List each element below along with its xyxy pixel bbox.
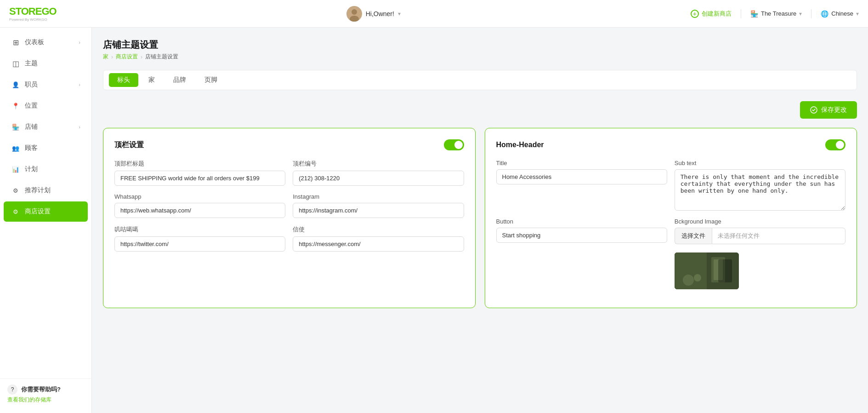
save-button[interactable]: 保存更改 [800,101,857,119]
instagram-input[interactable] [293,203,464,218]
svg-point-9 [694,274,701,281]
top-label-input[interactable] [114,171,285,186]
top-code-group: 顶栏编号 [293,160,464,186]
logo-powered: Powered By WORKGO [9,17,57,22]
sidebar-help: ? 你需要帮助吗? 查看我们的存储库 [0,379,91,413]
tab-home[interactable]: 家 [140,73,163,87]
language-selector[interactable]: 🌐 Chinese ▾ [821,10,859,17]
page-title: 店铺主题设置 [103,39,857,51]
sidebar-label-theme: 主题 [25,59,80,68]
sidebar-item-location[interactable]: 📍 位置 [4,96,88,116]
top-label-label: 顶部栏标题 [114,160,285,168]
language-icon: 🌐 [821,10,828,17]
sidebar-item-shop-settings[interactable]: ⚙ 商店设置 [4,201,88,222]
tab-header[interactable]: 标头 [109,73,138,87]
whatsapp-group: Whatsapp [114,193,285,218]
sidebar-item-plan[interactable]: 📊 计划 [4,159,88,179]
logo-green: GO [41,6,56,17]
svg-rect-6 [711,257,725,282]
breadcrumb: 家 › 商店设置 › 店铺主题设置 [103,53,857,61]
subtext-textarea[interactable]: There is only that moment and the incred… [675,169,845,211]
customer-icon: 👥 [11,143,20,153]
main-content: 店铺主题设置 家 › 商店设置 › 店铺主题设置 标头 家 品牌 页脚 保存更改 [92,28,868,413]
twitter-group: 叽咕噶噶 [114,225,285,252]
home-header-toggle[interactable] [825,139,845,150]
sidebar-label-customer: 顾客 [25,144,80,152]
home-header-toggle-slider [825,139,845,150]
svg-rect-7 [714,259,723,280]
logo-text: STOREGO [9,6,57,17]
user-menu[interactable]: Hi,Owner! ▾ [346,6,401,22]
sidebar-item-referral[interactable]: ⚙ 推荐计划 [4,180,88,201]
dashboard-arrow: › [79,40,80,45]
help-subtitle[interactable]: 查看我们的存储库 [7,396,51,403]
user-dropdown-arrow[interactable]: ▾ [398,11,401,17]
button-group: Button [496,218,667,289]
instagram-label: Instagram [293,193,464,200]
avatar [346,6,362,22]
title-label: Title [496,160,667,166]
sidebar-label-location: 位置 [25,102,80,110]
tab-footer[interactable]: 页脚 [196,73,226,87]
bg-image-label: Bckground Image [675,218,845,225]
staff-icon: 👤 [11,80,20,89]
subtext-group: Sub text There is only that moment and t… [675,160,845,211]
home-header-row2: Button Bckground Image 选择文件 未选择任何文件 [496,218,846,289]
sidebar: ⊞ 仪表板 › ◫ 主题 👤 职员 › 📍 位置 🏪 [0,28,92,413]
messenger-input[interactable] [293,236,464,252]
language-label: Chinese [831,10,853,17]
whatsapp-input[interactable] [114,203,285,218]
top-navbar: STOREGO Powered By WORKGO Hi,Owner! ▾ + … [0,0,868,28]
store-icon: 🏪 [750,10,758,17]
breadcrumb-sep-1: › [111,54,113,60]
button-input[interactable] [496,228,667,243]
top-bar-row3: 叽咕噶噶 信使 [114,225,464,252]
help-title: 你需要帮助吗? [21,385,61,394]
breadcrumb-sep-2: › [141,54,142,60]
sidebar-item-shop[interactable]: 🏪 店铺 › [4,117,88,137]
nav-divider-2 [811,9,811,18]
preview-svg [675,252,739,289]
twitter-input[interactable] [114,236,285,252]
button-label: Button [496,218,667,225]
top-code-input[interactable] [293,171,464,186]
preview-img-inner [675,252,739,289]
title-input[interactable] [496,169,667,184]
theme-icon: ◫ [11,59,20,68]
file-input-row: 选择文件 未选择任何文件 [675,228,845,244]
sidebar-label-shop: 店铺 [25,123,74,131]
instagram-group: Instagram [293,193,464,218]
tab-brand[interactable]: 品牌 [165,73,194,87]
svg-point-8 [683,275,694,286]
store-selector[interactable]: 🏪 The Treasure ▾ [750,10,802,17]
top-bar-toggle[interactable] [444,139,464,150]
file-choose-button[interactable]: 选择文件 [675,228,712,244]
breadcrumb-current: 店铺主题设置 [145,53,178,61]
home-header-title: Home-Header [496,141,544,149]
sidebar-label-dashboard: 仪表板 [25,38,74,46]
store-dropdown-arrow: ▾ [799,11,802,17]
sidebar-item-staff[interactable]: 👤 职员 › [4,75,88,95]
shop-icon: 🏪 [11,122,20,132]
top-bar-row2: Whatsapp Instagram [114,193,464,218]
shop-settings-icon: ⚙ [11,207,20,216]
tab-bar: 标头 家 品牌 页脚 [103,70,857,90]
top-code-label: 顶栏编号 [293,160,464,168]
logo: STOREGO Powered By WORKGO [9,6,57,22]
sidebar-label-staff: 职员 [25,80,74,89]
breadcrumb-home[interactable]: 家 [103,53,108,61]
logo-black: STORE [9,6,41,17]
sidebar-item-theme[interactable]: ◫ 主题 [4,53,88,74]
shop-arrow: › [79,124,80,130]
page-header: 店铺主题设置 家 › 商店设置 › 店铺主题设置 [103,39,857,61]
nav-right: + 创建新商店 🏪 The Treasure ▾ 🌐 Chinese ▾ [691,9,859,18]
top-bar-row1: 顶部栏标题 顶栏编号 [114,160,464,186]
top-bar-card: 顶栏设置 顶部栏标题 顶栏编号 [103,128,476,308]
subtext-label: Sub text [675,160,845,166]
sidebar-item-dashboard[interactable]: ⊞ 仪表板 › [4,32,88,52]
preview-image [675,252,739,289]
create-store-button[interactable]: + 创建新商店 [691,10,732,18]
top-label-group: 顶部栏标题 [114,160,285,186]
sidebar-item-customer[interactable]: 👥 顾客 [4,138,88,158]
breadcrumb-shop-settings[interactable]: 商店设置 [116,53,138,61]
